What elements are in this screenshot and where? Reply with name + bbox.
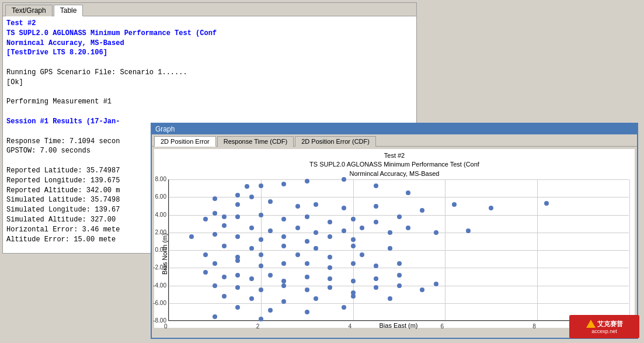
data-point (305, 179, 309, 183)
data-point (328, 234, 332, 239)
data-point (328, 285, 332, 290)
data-point (420, 287, 424, 292)
data-point (374, 285, 378, 290)
chart-title-line2: TS SUPL2.0 AGLONASS Minimum Performance … (160, 160, 629, 169)
data-point (406, 226, 410, 230)
data-point (360, 226, 364, 230)
y-axis-label: Bias North (m) (160, 179, 168, 329)
data-point (249, 195, 254, 199)
data-point (268, 199, 273, 204)
plot-area: 8.006.004.002.000.00-2.00-4.00-6.00-8.00… (168, 179, 629, 321)
data-point (360, 252, 364, 257)
data-point (351, 244, 356, 248)
data-point (203, 217, 208, 221)
chart-inner: 8.006.004.002.000.00-2.00-4.00-6.00-8.00… (168, 179, 629, 329)
data-point (295, 252, 300, 257)
data-point (305, 214, 309, 219)
watermark-url: accexp.net (591, 328, 617, 334)
data-point (259, 252, 263, 257)
tab-text-graph[interactable]: Text/Graph (5, 5, 53, 16)
data-point (281, 217, 286, 221)
data-point (249, 296, 254, 301)
data-point (305, 310, 309, 314)
data-point (295, 204, 300, 209)
data-point (281, 261, 286, 266)
data-point (328, 255, 332, 259)
data-point (203, 252, 208, 257)
data-point (406, 190, 410, 195)
chart-area: Test #2 TS SUPL2.0 AGLONASS Minimum Perf… (154, 149, 635, 328)
log-line-1: Test #2 (6, 19, 413, 29)
data-point (420, 208, 424, 213)
data-point (213, 196, 217, 201)
data-point (305, 261, 309, 266)
data-point (489, 206, 493, 210)
data-point (281, 244, 286, 248)
data-point (235, 258, 240, 263)
data-point (374, 204, 378, 209)
data-point (189, 234, 194, 239)
data-point (328, 276, 332, 281)
watermark: 艾克赛普 accexp.net (569, 315, 639, 338)
data-point (388, 246, 392, 251)
log-line-9: Performing Measurement #1 (6, 97, 413, 107)
watermark-logo: 艾克赛普 (586, 320, 623, 328)
data-point (235, 305, 240, 310)
tab-2d-position-error-cdf[interactable]: 2D Position Error (CDF) (295, 136, 376, 147)
data-point (213, 283, 217, 288)
graph-titlebar: Graph (152, 124, 637, 134)
data-point (259, 264, 263, 268)
data-point (544, 201, 549, 206)
data-point (314, 230, 318, 235)
watermark-brand: 艾克赛普 (597, 320, 623, 328)
data-point (281, 283, 286, 288)
data-point (388, 230, 392, 235)
data-point (249, 226, 254, 230)
data-point (342, 228, 346, 233)
data-point (213, 314, 217, 319)
data-point (235, 273, 240, 278)
data-point (374, 276, 378, 281)
chart-container: Bias North (m) 8.006.004.002.000.00-2.00… (160, 179, 629, 329)
data-point (259, 183, 263, 188)
data-point (281, 234, 286, 239)
data-point (213, 211, 217, 216)
data-point (314, 246, 318, 251)
data-point (397, 261, 402, 266)
data-point (249, 246, 254, 251)
data-point (268, 273, 273, 278)
data-point (281, 299, 286, 304)
tab-2d-position-error[interactable]: 2D Position Error (154, 136, 216, 147)
data-point (342, 177, 346, 182)
log-line-7: [Ok] (6, 78, 413, 88)
data-point (222, 223, 227, 228)
data-point (314, 202, 318, 207)
chart-title: Test #2 TS SUPL2.0 AGLONASS Minimum Perf… (160, 151, 629, 178)
data-point (466, 228, 471, 233)
data-point (351, 279, 356, 283)
log-blank-3 (6, 107, 413, 117)
data-point (434, 230, 438, 235)
tab-table[interactable]: Table (54, 5, 83, 16)
data-point (351, 237, 356, 242)
data-point (351, 217, 356, 221)
data-point (281, 182, 286, 186)
data-point (235, 193, 240, 198)
tab-response-time-cdf[interactable]: Response Time (CDF) (217, 136, 294, 147)
data-point (203, 270, 208, 275)
data-point (259, 287, 263, 292)
graph-tab-bar: 2D Position Error Response Time (CDF) 2D… (152, 134, 637, 147)
data-point (305, 275, 309, 279)
log-line-6: Running GPS Scenario File: Scenario 1...… (6, 68, 413, 78)
data-point (295, 226, 300, 230)
data-point (397, 273, 402, 278)
log-line-3: Normincal Accuracy, MS-Based (6, 39, 413, 48)
data-point (222, 294, 227, 299)
data-point (259, 237, 263, 242)
data-point (351, 261, 356, 266)
log-line-2: TS SUPL2.0 AGLONASS Minimum Performance … (6, 29, 413, 39)
data-point (245, 184, 249, 189)
data-point (374, 264, 378, 268)
data-point (452, 202, 457, 207)
data-point (222, 275, 227, 279)
